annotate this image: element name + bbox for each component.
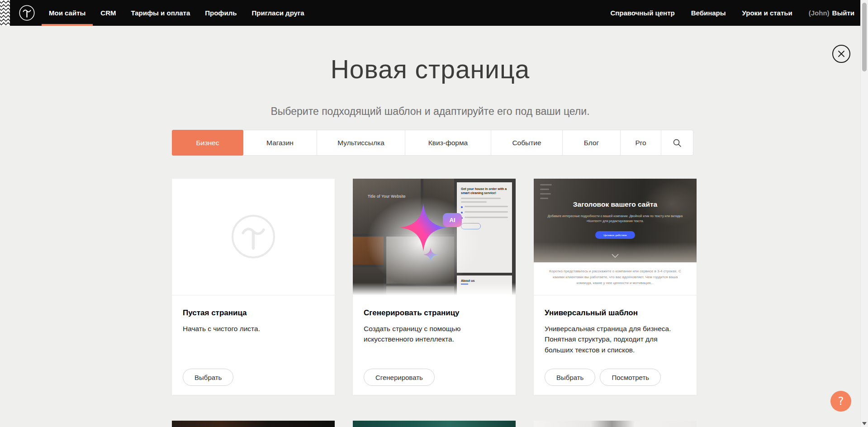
card-description: Начать с чистого листа.	[183, 323, 318, 334]
blank-page-preview	[172, 179, 335, 295]
card-body: Универсальный шаблон Универсальная стран…	[534, 295, 697, 395]
template-hero-subtitle: Добавьте интересные подробности о вашей …	[544, 214, 687, 223]
card-description: Универсальная страница для бизнеса. Поня…	[545, 323, 680, 355]
scrollbar-thumb[interactable]	[862, 3, 867, 71]
nav-item-invite-friend[interactable]: Пригласи друга	[251, 0, 304, 26]
nav-right-menu: Справочный центр Вебинары Уроки и статьи…	[610, 0, 854, 26]
thumb-about-heading: About us	[461, 279, 508, 282]
nav-item-crm[interactable]: CRM	[100, 0, 116, 26]
tilda-watermark-icon	[231, 214, 276, 259]
card-universal-template[interactable]: Заголовок вашего сайта Добавьте интересн…	[534, 179, 697, 395]
ai-sparkle-small-icon	[423, 247, 438, 262]
chevron-down-icon	[612, 251, 619, 260]
nav-user-logout[interactable]: (John) Выйти	[809, 0, 854, 26]
help-button[interactable]: ?	[830, 391, 851, 412]
next-card-preview-1[interactable]	[172, 421, 335, 427]
user-name: (John)	[809, 9, 830, 17]
nav-item-tariffs[interactable]: Тарифы и оплата	[131, 0, 190, 26]
card-body: Пустая страница Начать с чистого листа. …	[172, 295, 335, 395]
template-cards-row: Пустая страница Начать с чистого листа. …	[172, 179, 697, 395]
select-button[interactable]: Выбрать	[545, 369, 595, 386]
card-blank-page[interactable]: Пустая страница Начать с чистого листа. …	[172, 179, 335, 395]
nav-item-lessons[interactable]: Уроки и статьи	[742, 0, 792, 26]
tab-pro[interactable]: Pro	[620, 130, 661, 156]
nav-item-my-sites[interactable]: Мои сайты	[49, 0, 85, 26]
thumb-panel-heading: Get your house in order with a smart cle…	[461, 187, 508, 195]
preview-button[interactable]: Посмотреть	[600, 369, 661, 386]
tab-search[interactable]	[661, 130, 693, 156]
next-cards-row	[172, 421, 697, 427]
nav-item-help-center[interactable]: Справочный центр	[610, 0, 674, 26]
nav-item-profile[interactable]: Профиль	[205, 0, 237, 26]
tab-multilink[interactable]: Мультиссылка	[317, 130, 405, 156]
page-title: Новая страница	[0, 57, 860, 82]
template-cta-button: Целевое действие	[595, 231, 635, 239]
nav-item-webinars[interactable]: Вебинары	[691, 0, 726, 26]
card-title: Сгенерировать страницу	[364, 308, 505, 318]
page-subtitle: Выберите подходящий шаблон и адаптируйте…	[0, 105, 860, 118]
ai-generate-preview: Title of Your Website Get your house in …	[353, 179, 516, 295]
fade-overlay	[353, 283, 516, 295]
tab-quiz-form[interactable]: Квиз-форма	[405, 130, 491, 156]
ai-sparkle-icon	[399, 204, 447, 251]
template-hero: Заголовок вашего сайта Добавьте интересн…	[534, 179, 697, 262]
template-body-text: Коротко представьтесь и расскажите о ком…	[534, 262, 697, 286]
nav-left-menu: Мои сайты CRM Тарифы и оплата Профиль Пр…	[49, 0, 304, 26]
ai-badge: AI	[443, 213, 462, 227]
tilda-logo-icon[interactable]	[19, 5, 35, 21]
logout-link[interactable]: Выйти	[832, 9, 854, 17]
generate-button[interactable]: Сгенерировать	[364, 369, 435, 386]
template-category-tabs: Бизнес Магазин Мультиссылка Квиз-форма С…	[172, 130, 697, 156]
zigzag-pattern	[0, 0, 10, 26]
next-card-preview-3[interactable]	[534, 421, 697, 427]
tab-blog[interactable]: Блог	[562, 130, 621, 156]
universal-template-preview: Заголовок вашего сайта Добавьте интересн…	[534, 179, 697, 295]
search-icon	[673, 138, 682, 147]
top-navbar: Мои сайты CRM Тарифы и оплата Профиль Пр…	[0, 0, 868, 26]
question-icon: ?	[838, 395, 844, 408]
tab-shop[interactable]: Магазин	[243, 130, 317, 156]
card-body: Сгенерировать страницу Создать страницу …	[353, 295, 516, 395]
template-hero-title: Заголовок вашего сайта	[534, 200, 697, 209]
scrollbar-down-arrow[interactable]	[862, 422, 867, 425]
card-title: Универсальный шаблон	[545, 308, 686, 318]
select-button[interactable]: Выбрать	[183, 369, 233, 386]
scrollbar[interactable]	[860, 0, 868, 427]
card-description: Создать страницу с помощью искусственног…	[364, 323, 499, 345]
tab-business[interactable]: Бизнес	[172, 130, 243, 156]
next-card-preview-2[interactable]	[353, 421, 516, 427]
card-ai-generate[interactable]: Title of Your Website Get your house in …	[353, 179, 516, 395]
tab-event[interactable]: Событие	[491, 130, 563, 156]
card-title: Пустая страница	[183, 308, 324, 318]
